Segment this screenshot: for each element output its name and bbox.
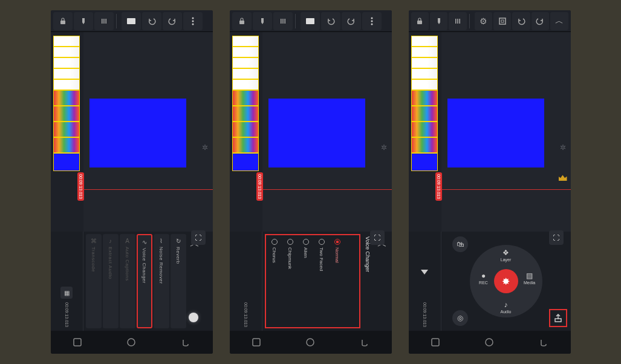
gear-icon[interactable]: ⚙ (475, 12, 492, 30)
lock-icon[interactable] (411, 12, 429, 30)
adjust-icon[interactable] (94, 12, 114, 30)
crop-icon[interactable] (493, 12, 511, 30)
clip-thumb[interactable] (232, 68, 259, 79)
video-clip[interactable] (268, 99, 365, 167)
clip-thumb[interactable] (53, 106, 80, 122)
adjust-icon[interactable] (273, 12, 293, 30)
undo-icon[interactable] (321, 12, 340, 30)
svg-rect-20 (253, 339, 260, 346)
recents-icon[interactable] (250, 336, 262, 348)
clip-thumb[interactable] (232, 137, 259, 153)
video-clip[interactable] (89, 99, 186, 167)
clip-thumb[interactable] (53, 137, 80, 153)
redo-icon[interactable] (532, 12, 549, 30)
aspect-icon[interactable] (122, 12, 141, 30)
clip-thumb[interactable] (232, 106, 259, 122)
back-icon[interactable] (359, 336, 371, 348)
more-icon[interactable] (183, 12, 203, 30)
home-icon[interactable] (483, 336, 495, 348)
wheel-audio[interactable]: ♪Audio (496, 301, 516, 314)
marker-icon[interactable] (253, 12, 272, 30)
lock-icon[interactable] (53, 12, 73, 30)
aspect-icon[interactable] (301, 12, 320, 30)
undo-icon[interactable] (142, 12, 161, 30)
clip-thumb[interactable] (53, 36, 80, 47)
timeline-canvas[interactable]: 00:09:13.013 ✲ (262, 32, 392, 232)
voice-option-chorus[interactable]: Chorus (267, 236, 282, 326)
voice-option-alien[interactable]: Alien (299, 236, 313, 326)
clip-thumb[interactable] (53, 153, 80, 171)
marker-icon[interactable] (430, 12, 447, 30)
export-button[interactable] (549, 309, 567, 327)
home-icon[interactable] (304, 336, 316, 348)
voice-option-normal[interactable]: Normal (330, 236, 345, 326)
clip-thumb[interactable] (411, 122, 438, 137)
fullscreen-icon[interactable]: ⛶ (370, 230, 385, 245)
clip-thumb[interactable] (232, 47, 259, 57)
extract-audio-button[interactable]: ♪ Extract Audio (103, 234, 119, 328)
wheel-layer[interactable]: ❖Layer (496, 249, 516, 262)
timeline[interactable]: 00:08 00:10 00:09:13.013 ✲ ⛶ (51, 32, 213, 232)
recents-icon[interactable] (71, 336, 83, 348)
play-icon[interactable] (421, 270, 428, 275)
back-icon[interactable] (538, 336, 550, 348)
clip-thumb[interactable] (232, 153, 259, 171)
clip-thumb[interactable] (411, 137, 438, 153)
redo-icon[interactable] (163, 12, 182, 30)
clip-thumb[interactable] (232, 122, 259, 137)
voice-option-two-faced[interactable]: Two Faced (314, 236, 329, 326)
clip-thumb[interactable] (411, 57, 438, 68)
collapse-icon[interactable]: ︿ (550, 12, 568, 30)
clip-thumb[interactable] (411, 106, 438, 122)
clip-thumb[interactable] (411, 47, 438, 57)
noise-remover-button[interactable]: ⌇ Noise Remover (154, 234, 169, 328)
radio-icon (287, 239, 293, 245)
timeline-canvas[interactable]: 00:09:13.013 ✲ (441, 32, 571, 232)
redo-icon[interactable] (342, 12, 361, 30)
reverb-button[interactable]: ↻ Reverb (171, 234, 186, 328)
timeline[interactable]: 00:08 00:10 00:09:13.013 ✲ ⛶ (230, 32, 392, 232)
clip-thumb[interactable] (232, 79, 259, 90)
clip-thumb[interactable] (411, 68, 438, 79)
clip-thumb[interactable] (53, 79, 80, 90)
fullscreen-icon[interactable]: ⛶ (549, 230, 564, 245)
svg-rect-25 (457, 19, 458, 24)
clip-thumb[interactable] (53, 47, 80, 57)
clip-thumb[interactable] (53, 57, 80, 68)
shop-icon[interactable]: 🛍 (452, 236, 468, 252)
more-icon[interactable] (362, 12, 382, 30)
home-icon[interactable] (125, 336, 137, 348)
wheel-media[interactable]: ▤Media (519, 271, 540, 285)
wheel-rec[interactable]: ●REC (473, 271, 494, 285)
voice-options-list: Chorus Chipmunk Alien Two Faced Normal (262, 232, 392, 331)
recents-icon[interactable] (429, 336, 441, 348)
back-icon[interactable] (180, 336, 192, 348)
clip-thumb[interactable] (411, 90, 438, 106)
transcode-button[interactable]: ⌘ Transcode (86, 234, 102, 328)
record-button[interactable]: ✸ (494, 269, 518, 293)
undo-icon[interactable] (512, 12, 530, 30)
clip-thumb[interactable] (411, 36, 438, 47)
clip-thumb[interactable] (232, 57, 259, 68)
fullscreen-icon[interactable]: ⛶ (191, 230, 206, 245)
capture-icon[interactable]: ◎ (452, 310, 468, 326)
voice-changer-button[interactable]: ∿ Voice Changer (137, 234, 152, 328)
clip-thumb[interactable] (232, 36, 259, 47)
adjust-icon[interactable] (449, 12, 466, 30)
timeline[interactable]: 00:08 00:10 00:09:13.013 ✲ ⛶ (409, 32, 571, 232)
slider-knob[interactable] (189, 313, 198, 322)
voice-option-chipmunk[interactable]: Chipmunk (283, 236, 297, 326)
clip-thumb[interactable] (53, 90, 80, 106)
checker-icon[interactable]: ▦ (60, 287, 73, 299)
auto-captions-button[interactable]: A Auto Captions (120, 234, 135, 328)
clip-thumb[interactable] (411, 79, 438, 90)
clip-thumb[interactable] (53, 68, 80, 79)
clip-thumb[interactable] (53, 122, 80, 137)
chevron-up-icon[interactable]: ︿ (375, 234, 389, 328)
video-clip[interactable] (447, 99, 544, 167)
timeline-canvas[interactable]: 00:09:13.013 ✲ (83, 32, 213, 232)
clip-thumb[interactable] (232, 90, 259, 106)
marker-icon[interactable] (74, 12, 93, 30)
lock-icon[interactable] (232, 12, 252, 30)
clip-thumb[interactable] (411, 153, 438, 171)
